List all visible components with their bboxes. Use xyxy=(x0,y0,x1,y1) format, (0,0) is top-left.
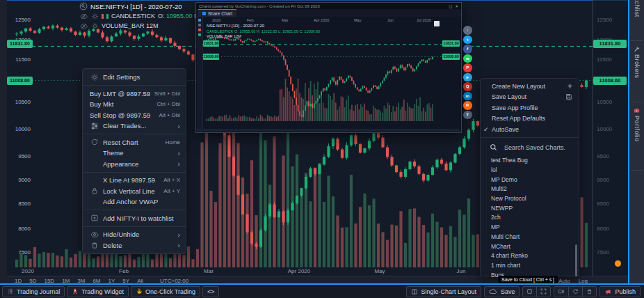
chart-preview-window: Charts powered by GoCharting.com - Creat… xyxy=(195,2,462,133)
layout-grid-icon xyxy=(411,288,418,295)
menu-item-save-layout[interactable]: Save Layout xyxy=(481,92,579,103)
side-panel-tabs: Watchlist Brokers Portfolio xyxy=(629,0,644,285)
price-tick: 9500 xyxy=(6,153,31,159)
trading-widget-button[interactable]: Trading Widget xyxy=(67,286,129,297)
tab-portfolio[interactable]: Portfolio xyxy=(629,107,644,142)
preview-last-tag: 11008.60 xyxy=(442,54,460,60)
study-settings-gear-icon[interactable] xyxy=(90,12,99,20)
share-button[interactable]: f xyxy=(463,45,472,54)
menu-divider xyxy=(83,85,186,86)
menu-item-lock-vertical-line[interactable]: Lock Vertical LineAlt + Y xyxy=(83,186,186,197)
trash-icon[interactable] xyxy=(583,287,596,297)
saved-chart-item[interactable]: Multi2 xyxy=(481,185,579,194)
menu-item-theme[interactable]: Theme› xyxy=(83,148,186,159)
menu-item-add-to-watchlist[interactable]: Add NIFTY-I to watchlist xyxy=(83,213,186,224)
last-price-tag: 11008.60 xyxy=(593,77,627,85)
publish-button[interactable]: Publish xyxy=(599,286,641,297)
share-button[interactable]: in xyxy=(463,92,472,101)
saved-chart-item[interactable]: MP xyxy=(481,222,579,232)
submenu-chevron-icon: › xyxy=(177,231,180,238)
submenu-chevron-icon: › xyxy=(177,160,180,167)
maximize-pane-button[interactable] xyxy=(523,287,537,297)
share-button[interactable]: t xyxy=(463,36,472,45)
camera-icon[interactable] xyxy=(554,287,569,297)
menu-item-appearance[interactable]: Appearance› xyxy=(83,159,186,170)
single-chart-layout-button[interactable]: Single-Chart Layout xyxy=(406,286,481,297)
saved-chart-item[interactable]: MP Demo xyxy=(481,175,579,185)
preview-high-tag-left: 11831.80 xyxy=(203,40,219,47)
saved-chart-item[interactable]: test Thea Bug xyxy=(481,156,579,166)
menu-item-autosave[interactable]: ✓ AutoSave xyxy=(481,124,579,135)
share-button[interactable]: w xyxy=(463,54,472,63)
volume-settings-gear-icon[interactable] xyxy=(90,22,99,30)
save-floppy-icon xyxy=(565,93,572,100)
screenshot-icon[interactable] xyxy=(434,21,440,26)
symbol-title[interactable]: NSE:NIFTY-I [1D] - 2020-07-20 xyxy=(90,3,182,10)
preview-month-label: 2020 xyxy=(212,18,220,22)
menu-item-reset-app-defaults[interactable]: Reset App Defaults xyxy=(481,113,579,125)
menu-item-buy-lmt[interactable]: Buy LMT @ 9897.59Shift + Dbl xyxy=(83,88,186,100)
share-button[interactable]: ▸ xyxy=(463,73,472,82)
lock-icon xyxy=(90,187,99,195)
tab-brokers[interactable]: Brokers xyxy=(629,46,644,79)
hide-study-icon[interactable] xyxy=(79,12,88,20)
share-button[interactable]: P xyxy=(463,63,472,72)
hide-volume-icon[interactable] xyxy=(79,22,88,30)
x-axis-label: Feb xyxy=(119,268,129,274)
share-button[interactable]: R xyxy=(463,101,472,110)
close-icon[interactable]: ✕ xyxy=(455,4,458,8)
share-chart-tab[interactable]: Share Chart xyxy=(198,9,236,17)
x-axis-label: Mar xyxy=(204,268,214,274)
saved-chart-item[interactable]: 4 chart Renko xyxy=(481,251,579,260)
menu-item-clear-trades[interactable]: Clear Trades...› xyxy=(83,120,186,132)
menu-item-add-anchor-vwap[interactable]: Add Anchor VWAP xyxy=(83,196,186,207)
code-button[interactable]: <> xyxy=(202,286,220,297)
menu-item-buy-mkt[interactable]: Buy MktCtrl + Dbl xyxy=(83,99,186,110)
menu-item-hide-unhide[interactable]: Hide/Unhide› xyxy=(83,229,186,240)
price-tick: 12500 xyxy=(6,17,31,23)
menu-item-x-line[interactable]: X Line At 9897.59Alt + X xyxy=(83,175,186,186)
saved-chart-item[interactable]: 2ch xyxy=(481,213,579,223)
saved-chart-item[interactable]: NEWPP xyxy=(481,203,579,213)
share-button[interactable]: ↓ xyxy=(463,26,472,35)
submenu-chevron-icon: › xyxy=(177,150,180,157)
save-tooltip: Save to Cloud [ Ctrl + s ] xyxy=(498,276,558,283)
preview-month-label: Jul 2020 xyxy=(417,18,431,22)
menu-item-edit-settings[interactable]: Edit Settings xyxy=(83,72,186,83)
fullscreen-button[interactable] xyxy=(537,287,550,297)
preview-month-label: Jun xyxy=(387,18,394,22)
volume-study-name[interactable]: VOLUME_BAR 12M xyxy=(102,22,159,29)
maximize-icon[interactable]: ▢ xyxy=(449,4,452,8)
portfolio-icon xyxy=(634,107,640,113)
saved-chart-item[interactable]: lol xyxy=(481,165,579,175)
menu-item-save-app-profile[interactable]: Save App Profile xyxy=(481,102,579,113)
study-name[interactable]: CANDLESTICK xyxy=(111,13,155,19)
sliders-icon xyxy=(90,122,99,130)
one-click-trading-button[interactable]: One-Click Trading xyxy=(131,286,200,297)
saved-charts-search-input[interactable] xyxy=(503,143,575,152)
menu-item-create-new-layout[interactable]: Create New Layout + xyxy=(481,81,579,92)
saved-chart-item[interactable]: MChart xyxy=(481,242,579,251)
tab-watchlist[interactable]: Watchlist xyxy=(629,0,644,17)
share-button[interactable]: T xyxy=(463,111,472,120)
connection-status-dot xyxy=(615,260,621,267)
x-axis-label: May xyxy=(374,268,385,274)
share-button[interactable]: Q xyxy=(463,82,472,91)
x-axis-label: 2020 xyxy=(22,268,34,274)
preview-scrollbar[interactable] xyxy=(197,129,460,132)
panel-scrollbar[interactable] xyxy=(575,244,577,276)
preview-month-label: Mar xyxy=(282,18,288,22)
trading-journal-button[interactable]: Trading Journal xyxy=(2,286,65,297)
symbol-search-icon[interactable] xyxy=(79,2,88,10)
saved-chart-item[interactable]: 1 min chart xyxy=(481,260,579,270)
eye-icon xyxy=(90,230,99,239)
refresh-icon[interactable] xyxy=(569,287,583,297)
saved-chart-item[interactable]: New Protocol xyxy=(481,194,579,203)
save-button[interactable]: Save xyxy=(484,286,520,297)
menu-item-delete[interactable]: Delete› xyxy=(83,240,186,251)
menu-item-reset-chart[interactable]: Reset ChartHome xyxy=(83,137,186,148)
gear-icon xyxy=(90,73,99,81)
saved-chart-item[interactable]: Multi Chart xyxy=(481,232,579,242)
wrench-icon xyxy=(634,46,640,52)
menu-item-sell-stop[interactable]: Sell Stop @ 9897.59Alt + Dbl xyxy=(83,110,186,121)
